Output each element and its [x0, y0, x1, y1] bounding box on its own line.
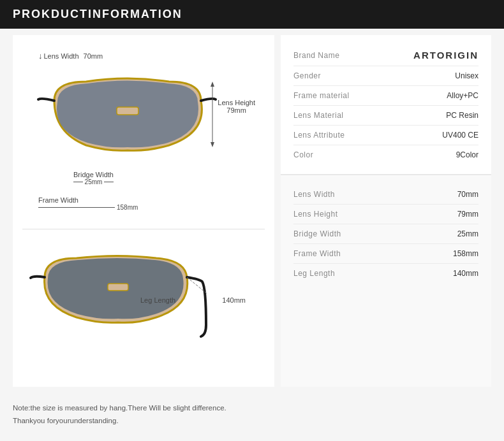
lens-attribute-value: UV400 CE	[442, 131, 478, 140]
page-header: PROKDUCTINFORMATION	[0, 0, 504, 29]
info-row-lens-height: Lens Height 79mm	[293, 205, 478, 224]
diagram-top: ↓ Lens Width 70mm	[22, 45, 265, 229]
info-row-brand: Brand Name ARTORIGIN	[293, 45, 478, 66]
frame-width-spec-label: Frame Width	[293, 249, 341, 258]
leg-length-spec-label: Leg Length	[293, 269, 335, 278]
bridge-width-measurement: Bridge Width 25mm	[73, 171, 114, 185]
gender-label: Gender	[293, 71, 321, 80]
diagram-bottom: Leg Length 140mm	[22, 236, 265, 351]
lens-height-spec-label: Lens Height	[293, 210, 338, 219]
frame-width-measurement: Frame Width 158mm	[38, 196, 140, 211]
main-content: ↓ Lens Width 70mm	[0, 29, 504, 393]
lens-height-spec-value: 79mm	[457, 210, 478, 219]
sunglasses-top-svg	[35, 62, 220, 184]
info-row-lens-attribute: Lens Attribute UV400 CE	[293, 126, 478, 145]
right-panel: Brand Name ARTORIGIN Gender Unisex Frame…	[281, 35, 491, 387]
note-section: Note:the size is measured by hang.There …	[0, 393, 504, 436]
bridge-width-label: Bridge Width	[73, 171, 114, 178]
svg-marker-3	[211, 142, 214, 147]
brand-value: ARTORIGIN	[413, 50, 478, 61]
lens-width-spec-value: 70mm	[457, 190, 478, 199]
lens-width-spec-label: Lens Width	[293, 190, 335, 199]
frame-width-label: Frame Width	[38, 196, 140, 204]
color-value: 9Color	[456, 150, 478, 159]
sunglasses-top-diagram	[35, 62, 220, 184]
leg-length-value-display: 140mm	[222, 296, 246, 304]
color-label: Color	[293, 150, 313, 159]
lens-width-measurement: ↓ Lens Width 70mm	[38, 51, 103, 61]
bridge-width-value: 25mm	[83, 178, 105, 185]
lens-attribute-label: Lens Attribute	[293, 131, 345, 140]
info-row-leg-length: Leg Length 140mm	[293, 264, 478, 283]
lens-height-measurement: Lens Height 79mm	[218, 99, 255, 114]
info-row-lens-material: Lens Material PC Resin	[293, 106, 478, 126]
info-row-lens-width: Lens Width 70mm	[293, 185, 478, 205]
frame-width-value: 158mm	[115, 204, 140, 211]
sunglasses-bottom-diagram	[29, 242, 207, 338]
leg-length-label: Leg Length	[140, 296, 175, 304]
left-panel: ↓ Lens Width 70mm	[13, 35, 274, 387]
lens-material-value: PC Resin	[446, 111, 478, 120]
svg-marker-2	[211, 82, 214, 87]
frame-material-label: Frame material	[293, 91, 350, 100]
lens-height-value: 79mm	[218, 106, 255, 114]
leg-length-measurement: Leg Length	[140, 296, 175, 304]
note-line1: Note:the size is measured by hang.There …	[13, 402, 491, 415]
leg-length-spec-value: 140mm	[453, 269, 478, 278]
info-row-gender: Gender Unisex	[293, 66, 478, 86]
info-row-frame-width: Frame Width 158mm	[293, 244, 478, 264]
gender-value: Unisex	[455, 71, 478, 80]
leg-length-value: 140mm	[222, 296, 246, 304]
bridge-width-spec-value: 25mm	[457, 229, 478, 238]
frame-material-value: Alloy+PC	[447, 91, 478, 100]
sunglasses-bottom-svg	[29, 242, 207, 338]
note-line2: Thankyou foryourunderstanding.	[13, 415, 491, 428]
lens-width-value: 70mm	[84, 52, 103, 60]
svg-rect-4	[108, 284, 128, 291]
header-title: PROKDUCTINFORMATION	[13, 8, 182, 20]
info-row-bridge-width: Bridge Width 25mm	[293, 224, 478, 244]
lens-width-label: Lens Width	[44, 52, 79, 60]
info-table-top: Brand Name ARTORIGIN Gender Unisex Frame…	[281, 35, 491, 175]
lens-height-label: Lens Height	[218, 99, 255, 106]
info-row-frame-material: Frame material Alloy+PC	[293, 86, 478, 106]
brand-label: Brand Name	[293, 51, 339, 60]
info-table-bottom: Lens Width 70mm Lens Height 79mm Bridge …	[281, 175, 491, 387]
svg-rect-0	[117, 107, 138, 115]
lens-material-label: Lens Material	[293, 111, 344, 120]
info-row-color: Color 9Color	[293, 145, 478, 164]
frame-width-spec-value: 158mm	[453, 249, 478, 258]
bridge-width-spec-label: Bridge Width	[293, 229, 341, 238]
